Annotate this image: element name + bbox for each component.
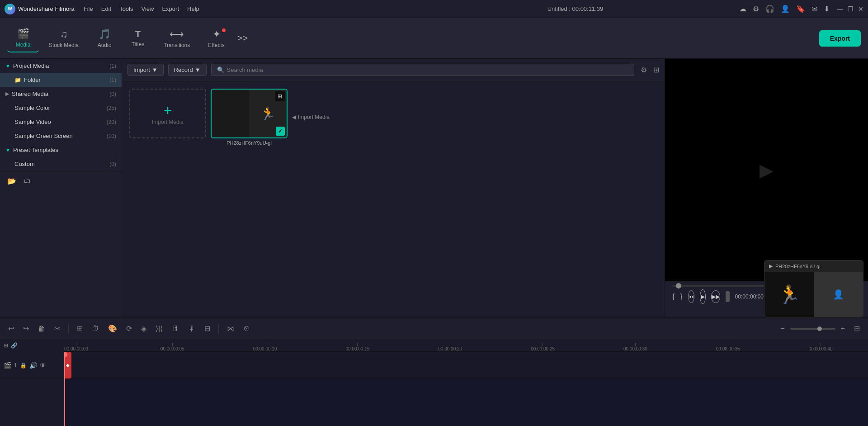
tool-titles[interactable]: T Titles xyxy=(122,25,154,51)
record-button[interactable]: Record ▼ xyxy=(168,64,207,76)
snap-button[interactable]: ⋈ xyxy=(224,322,237,335)
sample-video-item[interactable]: Sample Video (20) xyxy=(0,115,122,129)
ruler-row: ⊞ 🔗 00:00:00:00 00:00:00:05 00:00:00:1 xyxy=(0,339,868,352)
minimize-button[interactable]: — xyxy=(837,5,843,13)
settings-icon[interactable]: ⚙ xyxy=(753,5,759,13)
shared-media-item[interactable]: ▶ Shared Media (0) xyxy=(0,87,122,101)
tool-stock-media[interactable]: ♫ Stock Media xyxy=(41,25,87,52)
zoom-in-button[interactable]: + xyxy=(838,323,848,335)
menu-tools[interactable]: Tools xyxy=(119,5,133,12)
menu-export[interactable]: Export xyxy=(162,5,179,12)
tool-media[interactable]: 🎬 Media xyxy=(7,24,39,52)
ruler-mark-20: 00:00:00:20 xyxy=(438,343,462,351)
cloud-icon[interactable]: ☁ xyxy=(739,5,746,13)
tick-15 xyxy=(357,343,358,346)
transitions-label: Transitions xyxy=(164,42,190,48)
account-icon[interactable]: 👤 xyxy=(781,5,790,13)
mark-out-button[interactable]: } xyxy=(680,293,682,301)
new-track-button[interactable]: ⊞ xyxy=(4,342,8,349)
tool-transitions[interactable]: ⟷ Transitions xyxy=(156,25,198,52)
split-button[interactable]: ⟩|⟨ xyxy=(153,322,165,335)
search-input[interactable] xyxy=(227,66,628,73)
new-folder-button[interactable]: 📂 xyxy=(5,175,18,187)
sample-video-count: (20) xyxy=(107,119,116,125)
ruler-mark-15: 00:00:00:15 xyxy=(345,343,369,351)
stock-media-label: Stock Media xyxy=(49,42,79,48)
zoom-slider[interactable] xyxy=(790,328,835,330)
track-lane-1[interactable]: ◆ xyxy=(64,352,868,379)
tick-0 xyxy=(76,343,76,346)
tick-10 xyxy=(265,343,265,346)
thumb-frame-left xyxy=(212,90,249,137)
sample-color-item[interactable]: Sample Color (25) xyxy=(0,101,122,115)
lock-icon[interactable]: 🔒 xyxy=(20,362,27,369)
fit-button[interactable]: ⊟ xyxy=(851,322,863,335)
export-button[interactable]: Export xyxy=(819,30,861,47)
timer-button[interactable]: ⏲ xyxy=(241,323,253,335)
transform-button[interactable]: ⟳ xyxy=(123,322,135,335)
delete-button[interactable]: 🗑 xyxy=(35,323,48,335)
filter-icon[interactable]: ⚙ xyxy=(641,66,647,74)
menu-help[interactable]: Help xyxy=(187,5,199,12)
import-button[interactable]: Import ▼ xyxy=(127,64,164,76)
titlebar: W Wondershare Filmora File Edit Tools Vi… xyxy=(0,0,868,18)
scrubber-thumb xyxy=(676,283,681,289)
project-media-item[interactable]: ▼ Project Media (1) xyxy=(0,59,122,73)
menu-edit[interactable]: Edit xyxy=(101,5,111,12)
track-content: ◆ xyxy=(64,352,868,426)
audio-mix-button[interactable]: 🎚 xyxy=(169,323,182,335)
bookmark-icon[interactable]: 🔖 xyxy=(796,5,805,13)
search-box[interactable]: 🔍 xyxy=(211,64,634,76)
undo-button[interactable]: ↩ xyxy=(5,322,17,335)
eye-icon[interactable]: 👁 xyxy=(40,362,46,369)
speed-button[interactable]: ⏱ xyxy=(89,323,102,335)
track-number: 1 xyxy=(14,362,17,369)
link-button[interactable]: 🔗 xyxy=(11,342,18,349)
label-15: 00:00:00:15 xyxy=(345,346,369,351)
maximize-button[interactable]: ❐ xyxy=(848,5,854,13)
crop-button[interactable]: ⊞ xyxy=(74,322,85,335)
media-icon: 🎬 xyxy=(17,28,29,40)
mark-in-button[interactable]: { xyxy=(672,293,675,301)
preset-templates-item[interactable]: ▼ Preset Templates xyxy=(0,143,122,157)
color-button[interactable]: 🎨 xyxy=(105,322,120,335)
play-button[interactable]: ▶ xyxy=(700,289,706,304)
menu-view[interactable]: View xyxy=(141,5,154,12)
tick-40 xyxy=(821,343,821,346)
ruler-mark-0: 00:00:00:00 xyxy=(64,343,88,351)
sample-green-screen-item[interactable]: Sample Green Screen (10) xyxy=(0,129,122,143)
folder-item[interactable]: 📁 Folder (1) xyxy=(0,73,122,87)
menu-file[interactable]: File xyxy=(84,5,93,12)
tool-effects[interactable]: ✦ Effects xyxy=(200,25,232,52)
download-icon[interactable]: ⬇ xyxy=(824,5,830,13)
video-track-icon: 🎬 xyxy=(4,362,11,369)
denoise-button[interactable]: 🎙 xyxy=(185,323,198,335)
import-placeholder[interactable]: + Import Media xyxy=(129,89,206,138)
play-forward-button[interactable]: ▶▶ xyxy=(711,290,720,303)
more-tools-button[interactable]: >> xyxy=(237,33,248,43)
app-name: Wondershare Filmora xyxy=(18,5,75,12)
cut-button[interactable]: ✂ xyxy=(52,322,63,335)
email-icon[interactable]: ✉ xyxy=(811,5,817,13)
zoom-out-button[interactable]: − xyxy=(778,323,787,335)
subtitle-button[interactable]: ⊟ xyxy=(202,322,213,335)
import-arrow[interactable]: ◀ Import Media xyxy=(292,89,330,146)
redo-button[interactable]: ↪ xyxy=(20,322,32,335)
project-media-label: Project Media xyxy=(13,62,49,69)
effect-button[interactable]: ◈ xyxy=(138,322,149,335)
label-35: 00:00:00:35 xyxy=(716,346,740,351)
headphones-icon[interactable]: 🎧 xyxy=(765,5,774,13)
delete-folder-button[interactable]: 🗂 xyxy=(22,175,33,187)
step-back-button[interactable]: ⏮ xyxy=(688,290,694,303)
stop-button[interactable] xyxy=(726,291,730,302)
effects-icon: ✦ xyxy=(212,28,221,40)
audio-icon[interactable]: 🔊 xyxy=(29,362,37,369)
tick-5 xyxy=(172,343,173,346)
grid-view-icon[interactable]: ⊞ xyxy=(653,66,659,74)
media-thumbnail[interactable]: 🏃 ⊞ ✓ xyxy=(211,89,288,138)
media-item[interactable]: 🏃 ⊞ ✓ PH28zHF6nY9uU-gl xyxy=(211,89,288,146)
close-button[interactable]: ✕ xyxy=(858,5,863,13)
media-filename: PH28zHF6nY9uU-gl xyxy=(211,140,288,146)
custom-item[interactable]: Custom (0) xyxy=(0,157,122,171)
tool-audio[interactable]: 🎵 Audio xyxy=(89,25,120,52)
